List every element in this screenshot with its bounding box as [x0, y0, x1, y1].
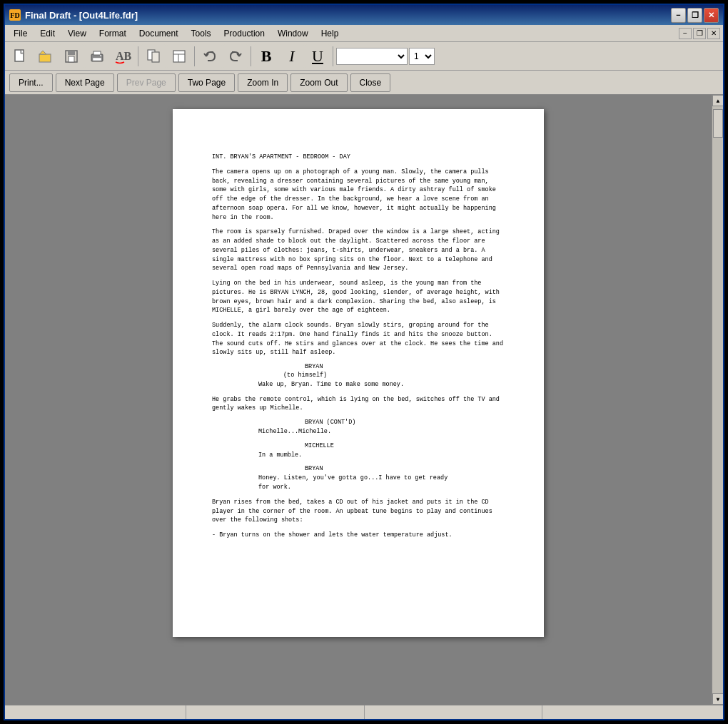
status-panel-2: [186, 705, 365, 719]
action-paragraph-3: Lying on the bed in his underwear, sound…: [212, 279, 505, 315]
close-button[interactable]: ✕: [704, 8, 719, 23]
dialogue-3: In a mumble.: [258, 451, 458, 460]
zoom-in-button[interactable]: Zoom In: [238, 73, 288, 92]
title-left: FD Final Draft - [Out4Life.fdr]: [9, 9, 138, 21]
redo-button[interactable]: [223, 44, 248, 68]
font-select[interactable]: [336, 48, 408, 65]
svg-rect-12: [152, 52, 159, 62]
font-size-select[interactable]: 1: [409, 48, 435, 65]
menu-tools[interactable]: Tools: [186, 27, 217, 40]
title-buttons: − ❐ ✕: [671, 8, 719, 23]
character-name-2: BRYAN (CONT'D): [305, 419, 505, 427]
menu-bar: File Edit View Format Document Tools Pro…: [5, 25, 723, 42]
scroll-thumb[interactable]: [713, 109, 723, 138]
zoom-out-button[interactable]: Zoom Out: [290, 73, 347, 92]
svg-rect-9: [100, 55, 101, 56]
action-paragraph-7: - Bryan turns on the shower and lets the…: [212, 531, 505, 540]
scroll-up-button[interactable]: ▲: [712, 95, 723, 106]
svg-rect-13: [173, 51, 185, 62]
template-button[interactable]: [167, 44, 191, 68]
window-title: Final Draft - [Out4Life.fdr]: [25, 10, 138, 21]
svg-rect-1: [39, 54, 51, 62]
status-panel-4: [542, 705, 720, 719]
action-paragraph-1: The camera opens up on a photograph of a…: [212, 168, 505, 223]
prev-page-button[interactable]: Prev Page: [117, 73, 176, 92]
close-preview-button[interactable]: Close: [350, 73, 391, 92]
character-name-1: BRYAN: [305, 363, 505, 372]
app-window: FD Final Draft - [Out4Life.fdr] − ❐ ✕ Fi…: [4, 4, 724, 720]
status-bar: [5, 705, 723, 719]
toolbar-separator-1: [138, 46, 138, 66]
status-panel-3: [365, 705, 543, 719]
italic-button[interactable]: I: [280, 44, 304, 68]
svg-rect-4: [68, 51, 75, 55]
new-button[interactable]: [8, 44, 32, 68]
underline-button[interactable]: U: [305, 44, 330, 68]
vertical-scrollbar[interactable]: ▲ ▼: [712, 95, 723, 705]
dialogue-4: Honey. Listen, you've gotta go...I have …: [258, 474, 458, 492]
content-area: INT. BRYAN'S APARTMENT - BEDROOM - DAY T…: [5, 95, 723, 705]
menu-production[interactable]: Production: [218, 27, 271, 40]
doc-restore-button[interactable]: ❐: [693, 28, 706, 39]
dialogue-1: Wake up, Bryan. Time to make some money.: [258, 380, 458, 389]
menu-window[interactable]: Window: [272, 27, 314, 40]
dialogue-2: Michelle...Michelle.: [258, 427, 458, 437]
svg-marker-2: [39, 51, 46, 54]
open-button[interactable]: [34, 44, 58, 68]
print-button[interactable]: [85, 44, 109, 68]
doc-minimize-button[interactable]: −: [679, 28, 692, 39]
toolbar-separator-4: [333, 46, 333, 66]
menu-file[interactable]: File: [8, 27, 33, 40]
document-page[interactable]: INT. BRYAN'S APARTMENT - BEDROOM - DAY T…: [173, 109, 544, 637]
spellcheck-button[interactable]: ABC: [111, 44, 135, 68]
menu-window-controls: − ❐ ✕: [679, 28, 720, 39]
svg-rect-8: [93, 58, 101, 61]
minimize-button[interactable]: −: [671, 8, 686, 23]
bold-button[interactable]: B: [254, 44, 278, 68]
next-page-button[interactable]: Next Page: [56, 73, 114, 92]
doc-close-button[interactable]: ✕: [707, 28, 720, 39]
scroll-track[interactable]: [712, 106, 723, 693]
save-button[interactable]: [59, 44, 84, 68]
menu-format[interactable]: Format: [93, 27, 132, 40]
app-icon: FD: [9, 9, 21, 21]
restore-button[interactable]: ❐: [687, 8, 702, 23]
doc-page-area: INT. BRYAN'S APARTMENT - BEDROOM - DAY T…: [5, 95, 712, 705]
status-panel-1: [8, 705, 186, 719]
action-paragraph-2: The room is sparsely furnished. Draped o…: [212, 228, 505, 273]
action-paragraph-6: Bryan rises from the bed, takes a CD out…: [212, 498, 505, 525]
menu-help[interactable]: Help: [315, 27, 345, 40]
menu-document[interactable]: Document: [133, 27, 184, 40]
page-toolbar: Print... Next Page Prev Page Two Page Zo…: [5, 71, 723, 95]
title-bar: FD Final Draft - [Out4Life.fdr] − ❐ ✕: [5, 5, 723, 25]
toolbar-separator-2: [194, 46, 195, 66]
svg-rect-7: [93, 51, 101, 55]
menu-view[interactable]: View: [62, 27, 92, 40]
svg-rect-5: [69, 56, 74, 62]
parenthetical-1: (to himself): [283, 372, 505, 380]
scroll-down-button[interactable]: ▼: [712, 693, 723, 705]
character-name-4: BRYAN: [305, 465, 505, 474]
action-paragraph-4: Suddenly, the alarm clock sounds. Bryan …: [212, 321, 505, 357]
print-page-button[interactable]: Print...: [9, 73, 53, 92]
toolbar-separator-3: [251, 46, 251, 66]
two-page-button[interactable]: Two Page: [178, 73, 235, 92]
scene-heading-1: INT. BRYAN'S APARTMENT - BEDROOM - DAY: [212, 153, 505, 162]
character-name-3: MICHELLE: [305, 442, 505, 451]
action-paragraph-5: He grabs the remote control, which is ly…: [212, 395, 505, 414]
undo-button[interactable]: [198, 44, 222, 68]
script-pages-button[interactable]: [141, 44, 166, 68]
toolbar: ABC B I U 1: [5, 42, 723, 71]
svg-rect-0: [15, 50, 24, 61]
menu-edit[interactable]: Edit: [34, 27, 61, 40]
svg-text:ABC: ABC: [116, 50, 131, 62]
